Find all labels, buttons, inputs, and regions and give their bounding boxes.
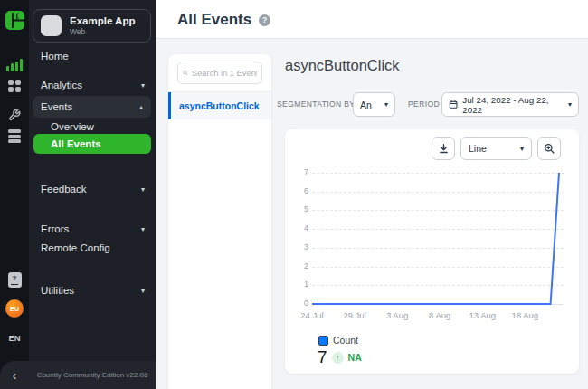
change-value: NA xyxy=(348,352,362,363)
search-icon xyxy=(183,69,188,77)
chart-type-select[interactable]: Line ▾ xyxy=(460,137,532,160)
page-header: All Events? xyxy=(156,0,588,39)
period-label: PERIOD xyxy=(408,92,440,117)
icon-rail: ? EU EN xyxy=(0,0,29,389)
chevron-down-icon: ▾ xyxy=(141,81,145,90)
chevron-down-icon: ▾ xyxy=(141,185,145,194)
rail-divider xyxy=(7,100,22,100)
legend-item-count[interactable]: Count xyxy=(318,335,358,346)
segmentation-select[interactable]: An ▾ xyxy=(353,92,395,117)
period-select[interactable]: Jul 24, 2022 - Aug 22, 2022 ▾ xyxy=(441,92,579,117)
x-axis-tick: 18 Aug xyxy=(505,310,545,320)
page-title: All Events? xyxy=(177,11,270,29)
countly-logo-icon[interactable] xyxy=(0,10,29,30)
chart-card: Line ▾ 0123456724 Jul29 Jul3 Aug8 Aug13 … xyxy=(285,129,579,374)
main-content: All Events? asyncButtonClick asyncButton… xyxy=(156,0,588,389)
countly-logo xyxy=(5,11,24,30)
download-icon xyxy=(438,143,450,155)
zoom-button[interactable] xyxy=(537,137,561,160)
x-axis-tick: 8 Aug xyxy=(420,310,460,320)
x-axis-tick: 24 Jul xyxy=(292,310,332,320)
calendar-icon xyxy=(449,100,458,109)
sidebar-item-events[interactable]: Events ▴ xyxy=(33,96,151,118)
analytics-bars-icon[interactable] xyxy=(0,58,29,72)
sidebar-item-analytics[interactable]: Analytics ▾ xyxy=(29,76,156,94)
search-input[interactable] xyxy=(192,69,257,78)
x-axis-tick: 13 Aug xyxy=(462,310,502,320)
x-axis-tick: 3 Aug xyxy=(377,310,417,320)
x-axis-tick: 29 Jul xyxy=(335,310,375,320)
event-list-item-selected[interactable]: asyncButtonClick xyxy=(168,92,271,119)
sidebar-item-errors[interactable]: Errors ▾ xyxy=(29,220,156,238)
app-name: Example App xyxy=(70,15,135,27)
sidebar-item-overview[interactable]: Overview xyxy=(29,119,156,135)
sidebar-item-all-events[interactable]: All Events xyxy=(33,134,151,154)
event-detail-title: asyncButtonClick xyxy=(285,57,400,74)
help-badge-icon[interactable]: ? xyxy=(259,14,270,26)
collapse-sidebar-icon[interactable]: ‹ xyxy=(0,368,29,383)
sidebar-item-feedback[interactable]: Feedback ▾ xyxy=(29,180,156,198)
sidebar-menu: Example App Web Home Analytics ▾ Events … xyxy=(29,0,156,389)
sidebar-item-utilities[interactable]: Utilities ▾ xyxy=(29,281,156,299)
management-wrench-icon[interactable] xyxy=(0,108,29,122)
app-platform: Web xyxy=(70,27,135,36)
chevron-down-icon: ▾ xyxy=(568,100,572,109)
event-search[interactable] xyxy=(177,62,262,84)
plugins-grid-icon[interactable] xyxy=(0,79,29,92)
help-icon[interactable]: ? xyxy=(0,271,29,288)
chevron-down-icon: ▾ xyxy=(520,145,524,153)
count-series-line xyxy=(312,173,559,304)
chevron-down-icon: ▾ xyxy=(384,100,388,109)
data-manager-server-icon[interactable] xyxy=(0,129,29,143)
line-chart[interactable]: 0123456724 Jul29 Jul3 Aug8 Aug13 Aug18 A… xyxy=(294,167,574,328)
app-selector[interactable]: Example App Web xyxy=(33,9,151,43)
chevron-up-icon: ▴ xyxy=(139,103,143,111)
language-selector[interactable]: EN xyxy=(0,331,29,344)
version-label: Countly Community Edition v22.08 xyxy=(29,371,156,379)
trend-up-icon: ↑ xyxy=(332,352,344,364)
segmentation-label: SEGMENTATION BY xyxy=(277,92,355,117)
sidebar-bottom-bar: ‹ Countly Community Edition v22.08 xyxy=(0,361,156,389)
zoom-in-icon xyxy=(544,143,555,155)
chevron-down-icon: ▾ xyxy=(141,225,145,233)
chevron-down-icon: ▾ xyxy=(141,287,145,295)
sidebar-item-remote-config[interactable]: Remote Config xyxy=(29,240,156,256)
download-button[interactable] xyxy=(432,137,455,160)
app-icon xyxy=(41,15,62,36)
series-summary: 7 ↑ NA xyxy=(318,347,362,367)
legend-checkbox xyxy=(318,336,328,346)
total-count-value: 7 xyxy=(318,347,327,367)
event-list-panel: asyncButtonClick xyxy=(168,54,271,389)
sidebar-item-home[interactable]: Home xyxy=(29,47,156,65)
user-avatar[interactable]: EU xyxy=(0,299,29,318)
